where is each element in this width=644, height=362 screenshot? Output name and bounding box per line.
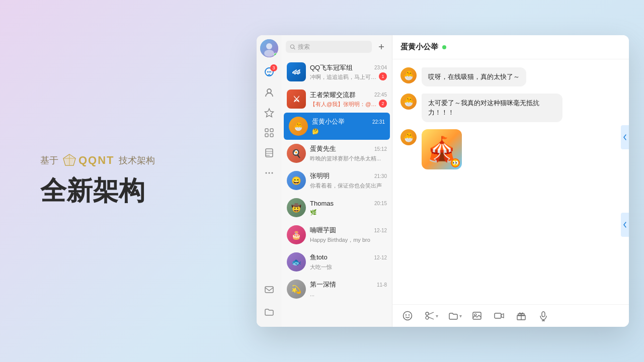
chat-time: 21:30	[374, 173, 387, 179]
folder-chevron[interactable]: ▾	[459, 313, 462, 319]
chat-item-zhangming[interactable]: 😄 张明明 21:30 你看着着，保证你也会笑出声	[282, 167, 392, 194]
folder-button-group: ▾	[446, 309, 462, 323]
svg-point-11	[267, 89, 271, 93]
scissors-chevron[interactable]: ▾	[436, 313, 438, 319]
sidebar-item-more[interactable]	[260, 164, 278, 182]
chat-preview: 【有人@我】张明明：@Robe...	[310, 101, 379, 108]
chat-avatar: 🍳	[287, 144, 306, 163]
sidebar-item-favorites[interactable]	[260, 104, 278, 122]
unread-badge: 2	[379, 100, 387, 108]
svg-rect-16	[270, 134, 273, 137]
video-button[interactable]	[492, 309, 506, 323]
online-dot	[274, 53, 278, 57]
sidebar-item-mail[interactable]	[260, 281, 278, 299]
message-avatar: 🐣	[400, 67, 417, 83]
chat-info: 蛋黄小公举 22:31 🤔	[312, 117, 385, 135]
online-indicator	[442, 45, 446, 49]
chat-avatar: 🐣	[289, 117, 308, 136]
message-sticker: 🎪 👀	[422, 129, 462, 169]
svg-point-9	[269, 71, 270, 72]
chat-info: 喃喱芋圆 12-12 Happy Birthday，my bro	[310, 226, 387, 244]
chat-info: Thomas 20:15 🌿	[310, 200, 387, 216]
svg-point-18	[266, 172, 267, 174]
svg-rect-15	[265, 134, 268, 137]
chat-badge: 3	[270, 64, 277, 71]
search-input[interactable]	[298, 43, 368, 50]
svg-point-25	[409, 314, 410, 315]
svg-point-24	[406, 314, 407, 315]
chat-info: 王者荣耀交流群 22:45 【有人@我】张明明：@Robe... 2	[310, 90, 387, 108]
user-avatar[interactable]	[260, 39, 278, 57]
chat-info: QQ飞车冠军组 23:04 冲啊，追追追羁，马上可以... 1	[310, 63, 387, 81]
svg-point-23	[404, 312, 412, 320]
chat-item-wangzhe[interactable]: ⚔ 王者荣耀交流群 22:45 【有人@我】张明明：@Robe... 2	[282, 85, 392, 113]
svg-point-19	[269, 172, 270, 174]
chat-preview: 🌿	[310, 209, 317, 215]
chat-item-danhuanxiansheng[interactable]: 🍳 蛋黄先生 15:12 昨晚的篮球赛那个绝杀太精...	[282, 140, 392, 167]
qqnt-diamond-icon	[62, 153, 76, 167]
gift-button[interactable]	[514, 309, 528, 323]
svg-rect-36	[542, 312, 545, 317]
svg-line-29	[429, 317, 434, 320]
chat-preview: ...	[310, 291, 314, 297]
chat-avatar: 🐟	[287, 252, 306, 272]
svg-rect-21	[265, 287, 273, 293]
chat-header-bar: 蛋黄小公举	[392, 35, 629, 59]
message-bubble-1: 哎呀，在线吸猫，真的太快了～	[422, 67, 526, 86]
svg-point-22	[290, 45, 294, 48]
chat-item-naonao[interactable]: 🎂 喃喱芋圆 12-12 Happy Birthday，my bro	[282, 221, 392, 248]
brand-line: 基于 QQNT 技术架构	[40, 153, 155, 167]
microphone-button[interactable]	[536, 309, 550, 323]
svg-point-27	[426, 316, 429, 319]
chat-item-thomas[interactable]: 🤠 Thomas 20:15 🌿	[282, 194, 392, 221]
chat-preview: Happy Birthday，my bro	[310, 237, 370, 243]
svg-marker-12	[265, 109, 274, 117]
right-collapse-button-top[interactable]	[621, 125, 629, 149]
chat-avatar: 🏎	[287, 62, 306, 81]
chat-avatar: 😄	[287, 171, 306, 190]
chat-name: 张明明	[310, 171, 330, 180]
chat-item-yutoto[interactable]: 🐟 鱼toto 12-12 大吃一惊	[282, 248, 392, 276]
chat-item-qq-fly[interactable]: 🏎 QQ飞车冠军组 23:04 冲啊，追追追羁，马上可以... 1	[282, 58, 392, 85]
chat-toolbar: ▾ ▾	[392, 304, 629, 327]
chat-name: 王者荣耀交流群	[310, 90, 356, 100]
chat-time: 11-8	[377, 282, 387, 288]
sidebar-item-chat[interactable]: 3	[260, 63, 278, 81]
chat-name: 喃喱芋圆	[310, 226, 336, 235]
svg-line-28	[429, 312, 434, 315]
qqnt-text: QQNT	[78, 154, 115, 167]
chat-info: 张明明 21:30 你看着着，保证你也会笑出声	[310, 171, 387, 190]
scissors-button[interactable]	[423, 309, 437, 323]
add-contact-button[interactable]	[375, 40, 388, 53]
chat-info: 鱼toto 12-12 大吃一惊	[310, 253, 387, 271]
chat-time: 22:45	[374, 92, 387, 98]
emoji-button[interactable]	[400, 309, 415, 323]
chat-name: 蛋黄小公举	[312, 117, 345, 126]
chat-preview: 昨晚的篮球赛那个绝杀太精...	[310, 155, 381, 161]
svg-rect-13	[265, 129, 268, 132]
brand-prefix: 基于	[40, 154, 58, 166]
message-row-2: 🐣 太可爱了～我真的对这种猫咪毫无抵抗力！！！	[400, 94, 621, 122]
folder-button[interactable]	[446, 309, 460, 323]
sidebar-item-apps[interactable]	[260, 124, 278, 142]
chat-contact-name: 蛋黄小公举	[400, 42, 438, 52]
sidebar-item-contacts[interactable]	[260, 83, 278, 102]
message-avatar: 🐣	[400, 94, 417, 110]
background-text: 基于 QQNT 技术架构 全新架构	[40, 153, 155, 209]
sidebar-item-folder[interactable]	[260, 303, 278, 321]
chat-item-diyi[interactable]: 💫 第一深情 11-8 ...	[282, 276, 392, 303]
chat-time: 20:15	[374, 201, 387, 206]
svg-point-5	[266, 43, 272, 49]
chat-item-danhuan[interactable]: 🐣 蛋黄小公举 22:31 🤔	[284, 113, 390, 140]
svg-rect-17	[266, 149, 273, 157]
svg-point-20	[272, 172, 273, 174]
search-input-wrap[interactable]	[286, 41, 372, 53]
right-collapse-button-bottom[interactable]	[621, 213, 629, 237]
chat-preview: 冲啊，追追追羁，马上可以...	[310, 73, 379, 81]
chat-preview: 🤔	[312, 128, 319, 134]
scissors-button-group: ▾	[423, 309, 438, 323]
chat-time: 15:12	[374, 146, 387, 152]
sidebar-item-bookmarks[interactable]	[260, 144, 278, 162]
message-bubble-2: 太可爱了～我真的对这种猫咪毫无抵抗力！！！	[422, 94, 562, 122]
image-button[interactable]	[470, 309, 484, 323]
